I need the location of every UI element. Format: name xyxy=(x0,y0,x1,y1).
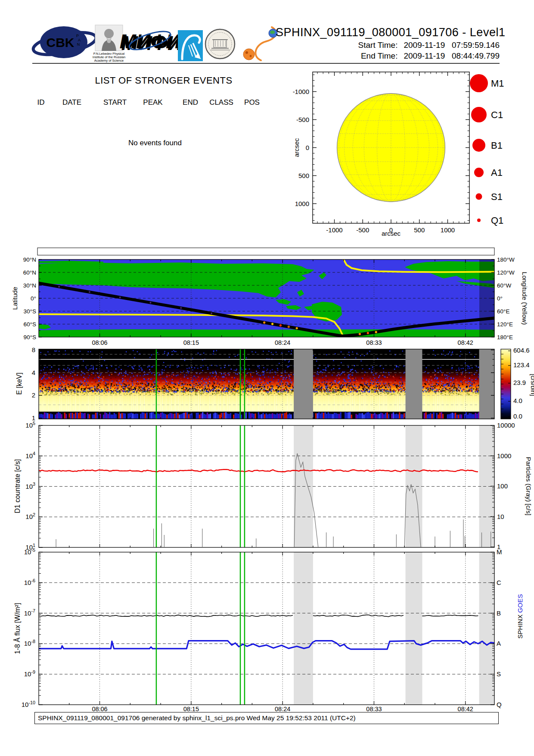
plot-canvas: -1000-5000500100010005000-500-1000arcsec… xyxy=(0,0,534,756)
data-gap-band xyxy=(406,349,422,419)
colorbar-unit-label: [c/s/bin] xyxy=(530,374,534,396)
legend-dot-M1 xyxy=(470,74,488,92)
lon-tick-label: 180°W xyxy=(497,256,515,263)
belt-crossing-dot xyxy=(271,323,273,325)
legend-dot-B1 xyxy=(472,139,485,152)
data-gap-band xyxy=(479,552,494,705)
goes-flux-line xyxy=(39,641,494,650)
sun-disk xyxy=(337,94,445,202)
sun-y-tick: 1000 xyxy=(295,200,309,207)
time-tick-label: 08:33 xyxy=(366,339,382,346)
sphinx-quicklook-page: CBKPANP.N.Lebedev PhysicalInstitute of t… xyxy=(0,0,534,756)
belt-crossing-dot xyxy=(367,332,369,334)
flux-y-tick: 10-8 xyxy=(24,639,35,647)
particles-tick-label: 1000 xyxy=(497,452,511,459)
legend-label-M1: M1 xyxy=(491,78,504,89)
flux-y-tick: 10-5 xyxy=(24,547,35,556)
sun-y-tick: 0 xyxy=(306,144,309,151)
map-land xyxy=(39,329,494,337)
energy-tick-label: 8 xyxy=(32,346,35,353)
sun-x-tick: -500 xyxy=(356,226,369,234)
sun-x-tick: -1000 xyxy=(326,226,342,234)
lon-tick-label: 60°W xyxy=(497,282,511,289)
sun-y-axis-label: arcsec xyxy=(293,138,300,157)
legend-label-B1: B1 xyxy=(491,140,503,151)
sun-x-tick: 500 xyxy=(414,226,425,234)
sphinx-flux-line xyxy=(39,615,293,617)
energy-tick-label: 4 xyxy=(32,369,35,376)
flux-panel: 08:0608:1508:2408:3308:4210-510-610-710-… xyxy=(13,547,524,712)
flux-y-tick: 10-6 xyxy=(24,578,35,586)
legend-dot-S1 xyxy=(476,194,482,200)
lat-tick-label: 0° xyxy=(31,295,36,302)
lon-tick-label: 180°E xyxy=(497,334,513,341)
flux-y-tick: 10-9 xyxy=(24,669,35,678)
flux-y-title: 1-8 Å flux [W/m²] xyxy=(13,603,21,654)
legend-label-S1: S1 xyxy=(491,191,503,202)
time-tick-label: 08:06 xyxy=(92,339,107,346)
d1-y-title: D1 countrate [c/s] xyxy=(14,459,21,513)
belt-crossing-dot xyxy=(288,326,290,328)
goes-class-label: A xyxy=(497,640,501,647)
map-content xyxy=(39,259,494,337)
goes-class-label: M xyxy=(497,548,502,556)
spectrogram-panel: 8421E [keV]604.6123.423.94.00.0[c/s/bin] xyxy=(16,346,534,422)
map-lat-axis-title: Latitude xyxy=(11,287,19,309)
lat-tick-label: 30°N xyxy=(23,282,36,289)
solar-disk-plot: -1000-5000500100010005000-500-1000arcsec… xyxy=(293,72,504,237)
sun-y-tick: -500 xyxy=(296,116,309,123)
ground-track-map: 90°N60°N30°N0°30°S60°S90°S180°W120°W60°W… xyxy=(11,256,528,347)
lon-tick-label: 60°E xyxy=(497,308,509,315)
goes-class-label: C xyxy=(497,579,501,586)
time-tick-label: 08:15 xyxy=(183,339,199,346)
flux-legend: SPHINX GOES xyxy=(516,594,524,638)
sphinx-flux-line xyxy=(313,615,404,617)
lon-tick-label: 120°W xyxy=(497,269,515,276)
flux-y-tick: 10-10 xyxy=(22,700,35,708)
flare-class-legend: M1C1B1A1S1Q1 xyxy=(470,74,504,226)
belt-crossing-dot xyxy=(296,327,298,329)
d1-y-tick: 103 xyxy=(25,481,35,490)
lat-tick-label: 90°N xyxy=(23,256,36,263)
sun-y-tick: -1000 xyxy=(293,88,309,95)
legend-label-A1: A1 xyxy=(491,167,503,178)
lat-tick-label: 30°S xyxy=(24,308,36,315)
time-tick-label: 08:33 xyxy=(366,706,382,712)
legend-label-C1: C1 xyxy=(491,109,503,120)
legend-dot-Q1 xyxy=(477,219,481,222)
sun-x-axis-label: arcsec xyxy=(382,230,401,237)
energy-tick-label: 2 xyxy=(32,391,35,399)
data-gap-band xyxy=(406,552,422,705)
colorbar-tick-label: 0.0 xyxy=(513,412,522,420)
time-tick-label: 08:15 xyxy=(183,706,199,712)
colorbar-tick-label: 604.6 xyxy=(513,347,530,354)
belt-crossing-dot xyxy=(279,324,282,326)
time-tick-label: 08:42 xyxy=(458,339,473,346)
legend-label-Q1: Q1 xyxy=(491,215,503,226)
time-tick-label: 08:24 xyxy=(275,339,290,346)
particles-axis-title: Particles (Gray) [c/s] xyxy=(525,457,532,515)
lat-tick-label: 60°S xyxy=(24,321,36,328)
legend-dot-A1 xyxy=(474,168,484,177)
colorbar: 604.6123.423.94.00.0[c/s/bin] xyxy=(501,347,534,420)
lat-tick-label: 90°S xyxy=(24,334,36,341)
spectrogram-y-title: E [keV] xyxy=(16,372,23,395)
flux-frame xyxy=(39,552,494,705)
d1-y-tick: 104 xyxy=(25,451,35,459)
map-lon-axis-title: Longitude (Yellow) xyxy=(521,272,528,325)
time-tick-label: 08:42 xyxy=(458,706,473,712)
belt-crossing-dot xyxy=(263,322,265,324)
empty-strip-box xyxy=(37,248,494,255)
d1-y-tick: 102 xyxy=(25,512,35,520)
colorbar-tick-label: 4.0 xyxy=(513,397,522,404)
sphinx-flux-line xyxy=(422,615,478,616)
footer-box: SPHINX_091119_080001_091706 generated by… xyxy=(34,712,499,724)
particles-trace xyxy=(56,453,491,547)
belt-crossing-dot xyxy=(375,331,377,333)
colorbar-tick-label: 123.4 xyxy=(513,361,530,369)
data-gap-band xyxy=(294,349,313,419)
time-tick-label: 08:06 xyxy=(92,706,107,712)
footer-text: SPHINX_091119_080001_091706 generated by… xyxy=(38,714,356,722)
belt-crossing-dot xyxy=(359,333,361,335)
goes-class-label: B xyxy=(497,609,501,617)
